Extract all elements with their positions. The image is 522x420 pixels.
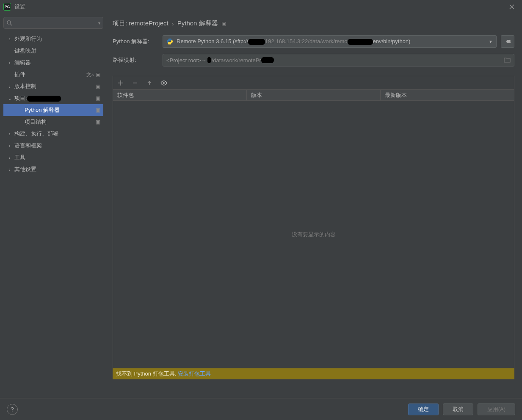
cancel-button[interactable]: 取消: [443, 403, 473, 415]
packages-header: 软件包 版本 最新版本: [113, 90, 514, 101]
chevron-right-icon: ›: [7, 144, 13, 148]
chevron-right-icon: ›: [7, 167, 13, 172]
path-mapping-label: 路径映射:: [113, 56, 158, 64]
sidebar-item-2[interactable]: ›编辑器: [3, 57, 103, 69]
window-mode-icon: ▣: [221, 21, 226, 27]
square-icon: ▣: [95, 119, 101, 125]
folder-icon[interactable]: [504, 57, 511, 64]
upgrade-package-button[interactable]: [146, 80, 153, 86]
sidebar-item-label: 版本控制: [14, 83, 93, 90]
packages-col-version[interactable]: 版本: [247, 90, 381, 100]
sidebar-item-10[interactable]: ›工具: [3, 152, 103, 163]
packages-toolbar: [113, 76, 514, 90]
svg-point-0: [7, 21, 11, 24]
redacted-text: [348, 39, 373, 45]
packages-col-latest[interactable]: 最新版本: [381, 90, 514, 100]
sidebar-item-label: 编辑器: [14, 59, 101, 66]
square-icon: ▣: [95, 107, 101, 113]
chevron-right-icon: ›: [7, 155, 13, 160]
sidebar-item-label: 其他设置: [14, 166, 101, 173]
packages-panel: 软件包 版本 最新版本 没有要显示的内容: [113, 76, 514, 368]
path-mapping-row: 路径映射: <Project root>→/data/work/remotePr: [113, 54, 514, 66]
redacted-text: [27, 96, 61, 102]
square-icon: ▣: [95, 95, 101, 101]
sidebar-item-label: 项目结构: [25, 118, 93, 126]
apply-button[interactable]: 应用(A): [478, 403, 515, 415]
search-input[interactable]: [12, 20, 98, 26]
redacted-text: [261, 57, 274, 63]
sidebar-item-label: 插件: [14, 71, 86, 78]
sidebar-item-9[interactable]: ›语言和框架: [3, 140, 103, 152]
packages-empty-text: 没有要显示的内容: [113, 101, 514, 368]
redacted-text: [248, 39, 265, 45]
help-button[interactable]: ?: [7, 404, 18, 415]
sidebar-item-label: 键盘映射: [14, 47, 101, 55]
settings-sidebar: ▾ ›外观和行为›键盘映射›编辑器›插件文A▣›版本控制▣⌄项目:▣›Pytho…: [0, 14, 105, 384]
dropdown-icon: ▼: [489, 39, 493, 44]
sidebar-item-11[interactable]: ›其他设置: [3, 163, 103, 175]
svg-point-2: [163, 82, 165, 84]
chevron-right-icon: ›: [7, 37, 13, 41]
ok-button[interactable]: 确定: [408, 403, 439, 415]
chevron-down-icon: ⌄: [7, 96, 13, 101]
sidebar-item-label: 语言和框架: [14, 142, 101, 149]
sidebar-item-label: 构建、执行、部署: [14, 130, 101, 138]
interpreter-row: Python 解释器: Remote Python 3.6.15 (sftp:/…: [113, 35, 514, 48]
search-icon: [6, 20, 12, 26]
breadcrumb-sep-icon: ›: [172, 20, 174, 27]
language-icon: 文A: [87, 72, 93, 77]
titlebar: PC 设置: [0, 0, 522, 14]
sidebar-item-label: 项目:: [14, 94, 93, 102]
sidebar-item-4[interactable]: ›版本控制▣: [3, 80, 103, 92]
add-package-button[interactable]: [117, 80, 124, 86]
sidebar-item-label: Python 解释器: [25, 106, 93, 114]
settings-gear-button[interactable]: [501, 35, 514, 48]
sidebar-item-1[interactable]: ›键盘映射: [3, 45, 103, 57]
interpreter-select[interactable]: Remote Python 3.6.15 (sftp://192.168.154…: [163, 35, 497, 48]
sidebar-item-5[interactable]: ⌄项目:▣: [3, 92, 103, 104]
install-tools-link[interactable]: 安装打包工具: [178, 370, 211, 378]
window-title: 设置: [14, 3, 25, 11]
square-icon: ▣: [95, 72, 101, 77]
python-icon: [166, 38, 173, 45]
gear-icon: [504, 38, 511, 45]
sidebar-item-8[interactable]: ›构建、执行、部署: [3, 128, 103, 140]
remove-package-button[interactable]: [132, 80, 138, 86]
search-input-wrap[interactable]: ▾: [3, 17, 103, 29]
sidebar-item-label: 外观和行为: [14, 35, 101, 43]
sidebar-item-7[interactable]: ›项目结构▣: [3, 116, 103, 128]
interpreter-value: Remote Python 3.6.15 (sftp://192.168.154…: [177, 38, 485, 45]
packages-col-name[interactable]: 软件包: [113, 90, 247, 100]
sidebar-item-label: 工具: [14, 154, 101, 161]
chevron-right-icon: ›: [7, 84, 13, 89]
redacted-text: [207, 57, 211, 63]
sidebar-item-6[interactable]: ›Python 解释器▣: [3, 104, 103, 116]
warning-text: 找不到 Python 打包工具.: [116, 370, 176, 378]
chevron-right-icon: ›: [7, 61, 13, 65]
sidebar-item-0[interactable]: ›外观和行为: [3, 33, 103, 45]
interpreter-label: Python 解释器:: [113, 38, 158, 45]
settings-tree: ›外观和行为›键盘映射›编辑器›插件文A▣›版本控制▣⌄项目:▣›Python …: [3, 33, 103, 175]
close-button[interactable]: [505, 1, 519, 13]
show-early-releases-button[interactable]: [160, 80, 167, 86]
chevron-right-icon: ›: [7, 132, 13, 136]
breadcrumb-part-1: 项目: remoteProject: [113, 19, 168, 28]
content-area: 项目: remoteProject › Python 解释器 ▣ Python …: [105, 14, 522, 384]
path-mapping-value[interactable]: <Project root>→/data/work/remotePr: [163, 54, 514, 66]
warning-bar: 找不到 Python 打包工具. 安装打包工具: [113, 368, 514, 379]
square-icon: ▣: [95, 83, 101, 89]
breadcrumb-part-2: Python 解释器: [177, 19, 218, 28]
breadcrumb: 项目: remoteProject › Python 解释器 ▣: [113, 19, 514, 28]
svg-line-1: [10, 24, 12, 25]
app-icon: PC: [3, 3, 11, 11]
dialog-footer: ? 确定 取消 应用(A): [0, 398, 522, 420]
sidebar-item-3[interactable]: ›插件文A▣: [3, 69, 103, 80]
